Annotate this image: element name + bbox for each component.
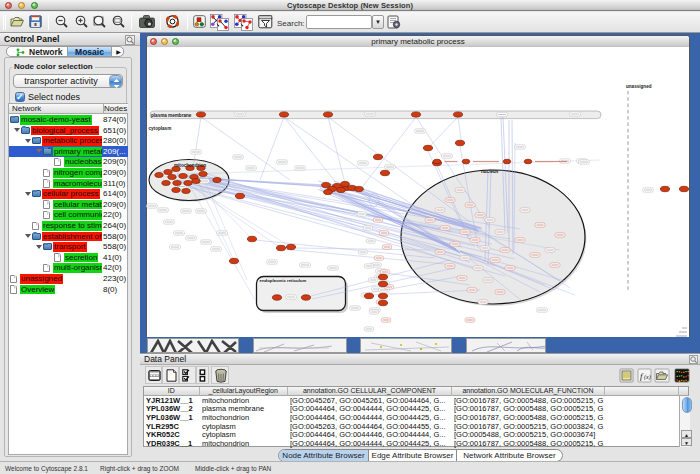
svg-text:plasma membrane: plasma membrane [151, 113, 192, 118]
svg-text:unassigned: unassigned [626, 84, 652, 89]
svg-text:cytoplasm: cytoplasm [149, 126, 172, 131]
svg-text:nucleus: nucleus [481, 169, 499, 174]
svg-text:endoplasmic reticulum: endoplasmic reticulum [260, 278, 307, 283]
svg-text:mitochondrion: mitochondrion [174, 163, 206, 168]
